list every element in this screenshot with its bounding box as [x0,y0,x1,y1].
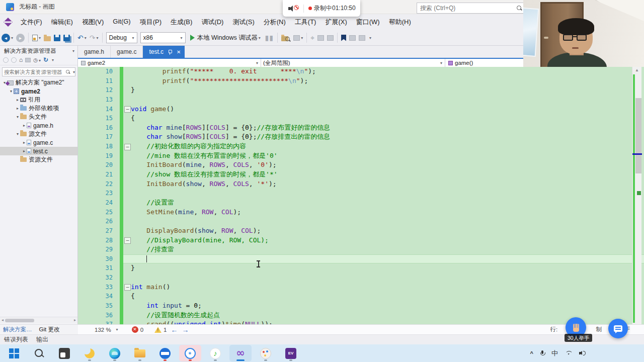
se-back-icon[interactable] [3,57,9,63]
code-text[interactable]: //初始化数组的内容为指定的内容 [131,142,644,151]
scroll-right-icon[interactable]: ▸ [74,318,76,322]
editor-vertical-scrollbar[interactable]: ▲ [632,67,641,324]
line-number[interactable]: 14 [78,105,115,114]
tree-item-game.h[interactable]: ▸game.h [0,121,77,130]
line-number[interactable]: 20 [78,160,115,170]
code-line-30[interactable]: 30 [78,254,644,264]
taskbar-start-icon[interactable] [3,345,25,361]
code-text[interactable] [131,273,644,283]
code-line-15[interactable]: 15{ [78,114,644,123]
microphone-icon[interactable] [540,350,544,356]
tab-error-list[interactable]: 错误列表 [4,335,28,344]
line-number[interactable]: 13 [78,95,115,105]
menu-item-9[interactable]: 工具(T) [290,16,321,29]
toolbar-options-button[interactable]: ▾ [368,32,371,44]
code-editor[interactable]: 10 printf("***** 0. exit ****\n");11 pri… [78,67,644,324]
sidebar-horizontal-scrollbar[interactable]: ◂ ▸ [0,317,77,323]
ime-indicator[interactable]: 中 [551,349,558,358]
zoom-level-dropdown[interactable]: 132 %▾ [92,326,121,333]
solution-search-box[interactable]: ▾ [2,67,75,76]
taskbar-paint-icon[interactable] [255,345,277,361]
line-number[interactable]: 26 [78,217,115,226]
tree-item--[interactable]: ▾头文件 [0,113,77,121]
line-number[interactable]: 33 [78,283,115,292]
line-number[interactable]: 11 [78,76,115,86]
line-number[interactable]: 10 [78,67,115,76]
uncomment-button[interactable] [359,32,365,44]
menu-item-3[interactable]: Git(G) [108,16,135,29]
search-icon[interactable] [66,70,70,74]
tabs-indicator[interactable]: 制 [596,326,602,333]
taskbar-blue-badge-app-icon[interactable] [154,345,176,361]
pending-changes-filter-icon[interactable]: ◷▾ [33,57,41,63]
code-line-32[interactable]: 32 [78,273,644,283]
code-line-21[interactable]: 21 //show 数组在没有排查雷的时候，都是'*' [78,170,644,179]
tree-item--[interactable]: ▸引用 [0,96,77,104]
error-count[interactable]: 0 [140,327,143,333]
scrollbar-thumb[interactable] [635,98,641,173]
document-tab-game.h[interactable]: game.h [78,46,111,58]
code-line-37[interactable]: 37 srand((unsigned int)time(NULL)); [78,320,644,324]
line-number[interactable]: 32 [78,273,115,283]
tab-git-changes[interactable]: Git 更改 [39,326,60,333]
panel-menu-icon[interactable]: ▾ [72,49,74,53]
code-line-25[interactable]: 25 SetMine(mine, ROW, COL); [78,208,644,217]
line-number[interactable]: 37 [78,320,115,324]
taskbar-qq-music-icon[interactable]: ♪ [204,345,226,361]
start-debugging-button[interactable]: 本地 Windows 调试器 ▾ [190,34,261,42]
code-line-14[interactable]: 14void game() [78,105,644,114]
code-text[interactable]: DisplayBoard(show, ROW, COL); [131,226,644,236]
line-number[interactable]: 18 [78,142,115,151]
menu-item-7[interactable]: 测试(S) [228,16,259,29]
code-text[interactable]: InitBoard(show, ROWS, COLS, '*'); [131,179,644,189]
code-text[interactable]: int input = 0; [131,301,644,311]
code-line-31[interactable]: 31} [78,263,644,273]
code-line-24[interactable]: 24 //设置雷 [78,198,644,208]
scrollbar-thumb[interactable] [5,319,34,322]
tree-item--[interactable]: ▾源文件 [0,130,77,138]
line-number[interactable]: 17 [78,132,115,142]
navigate-backward-button[interactable]: ◂▾ [2,32,13,44]
tab-output[interactable]: 输出 [36,335,48,344]
code-line-33[interactable]: 33int main() [78,283,644,292]
code-text[interactable]: //排查雷 [131,245,644,254]
code-text[interactable]: { [131,114,644,123]
tree-item--game2-[interactable]: ▾解决方案 "game2" [0,78,77,87]
decrease-indent-button[interactable] [317,32,324,44]
chat-button[interactable] [608,319,628,338]
tree-item-game.c[interactable]: ▸game.c [0,138,77,147]
se-forward-icon[interactable] [11,57,17,63]
code-text[interactable]: SetMine(mine, ROW, COL); [131,208,644,217]
expander-icon[interactable]: ▸ [22,149,27,153]
taskbar-crescent-app-icon[interactable] [78,345,101,361]
home-icon[interactable]: ⌂ [19,56,23,63]
expander-icon[interactable]: ▸ [15,106,20,111]
menu-item-4[interactable]: 项目(P) [135,16,166,29]
prev-issue-icon[interactable]: ← [171,326,178,334]
pin-icon[interactable] [168,49,172,55]
menu-item-2[interactable]: 视图(V) [77,16,108,29]
code-text[interactable]: char show[ROWS][COLS] = {0};//存放排查出的雷的信息 [131,132,644,142]
menu-item-8[interactable]: 分析(N) [259,16,290,29]
quick-search-input[interactable] [417,5,517,12]
code-text[interactable]: { [131,292,644,301]
line-number[interactable]: 34 [78,292,115,301]
menu-item-11[interactable]: 窗口(W) [352,16,384,29]
navigate-forward-button[interactable]: ▸ [16,32,25,44]
select-tool-button[interactable]: ⌖ [310,32,314,44]
menu-item-1[interactable]: 编辑(E) [47,16,77,29]
code-line-34[interactable]: 34{ [78,292,644,301]
code-line-18[interactable]: 18 //初始化数组的内容为指定的内容 [78,142,644,151]
code-line-23[interactable]: 23 [78,189,644,198]
code-text[interactable]: //mine 数组在没有布置雷的时候，都是'0' [131,151,644,161]
fold-toggle-icon[interactable] [123,283,131,292]
tree-item-test.c[interactable]: ▸test.c [0,147,77,155]
undo-button[interactable]: ↶▾ [77,32,87,44]
close-icon[interactable]: ✕ [176,49,182,55]
fold-toggle-icon[interactable] [123,142,131,151]
save-button[interactable] [54,32,60,44]
fold-toggle-icon[interactable] [123,236,131,245]
comment-button[interactable] [349,32,356,44]
menu-item-10[interactable]: 扩展(X) [320,16,351,29]
taskbar-visual-studio-icon[interactable]: ∞ [229,345,252,361]
